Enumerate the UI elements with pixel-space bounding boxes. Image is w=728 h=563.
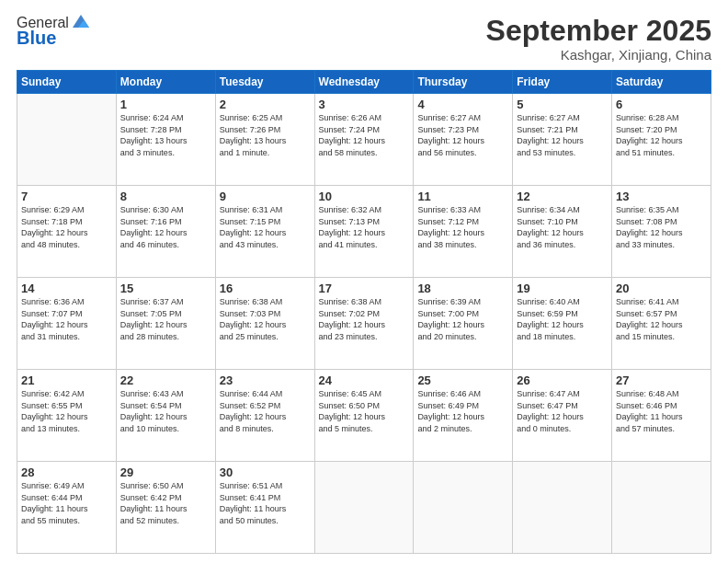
day-info: Sunrise: 6:28 AM Sunset: 7:20 PM Dayligh… [616, 112, 707, 158]
day-info: Sunrise: 6:41 AM Sunset: 6:57 PM Dayligh… [616, 296, 707, 342]
header-saturday: Saturday [612, 71, 711, 94]
day-number: 23 [220, 373, 311, 387]
calendar-cell: 20Sunrise: 6:41 AM Sunset: 6:57 PM Dayli… [612, 278, 711, 370]
calendar-cell [612, 462, 711, 554]
day-number: 7 [21, 190, 112, 203]
day-number: 14 [21, 282, 112, 295]
calendar-cell: 29Sunrise: 6:50 AM Sunset: 6:42 PM Dayli… [116, 462, 215, 554]
day-info: Sunrise: 6:38 AM Sunset: 7:03 PM Dayligh… [220, 296, 311, 342]
day-number: 16 [220, 282, 311, 295]
calendar-cell [414, 462, 513, 554]
day-info: Sunrise: 6:42 AM Sunset: 6:55 PM Dayligh… [21, 388, 112, 434]
calendar-row-4: 28Sunrise: 6:49 AM Sunset: 6:44 PM Dayli… [17, 462, 711, 554]
day-number: 15 [120, 282, 211, 295]
calendar-cell: 24Sunrise: 6:45 AM Sunset: 6:50 PM Dayli… [314, 370, 414, 462]
day-info: Sunrise: 6:32 AM Sunset: 7:13 PM Dayligh… [319, 204, 410, 250]
day-info: Sunrise: 6:36 AM Sunset: 7:07 PM Dayligh… [21, 296, 112, 342]
calendar-cell [513, 462, 612, 554]
day-number: 27 [616, 373, 707, 387]
title-block: September 2025 Kashgar, Xinjiang, China [486, 15, 711, 63]
calendar-cell: 5Sunrise: 6:27 AM Sunset: 7:21 PM Daylig… [513, 94, 612, 186]
day-number: 13 [616, 190, 707, 203]
calendar-row-1: 7Sunrise: 6:29 AM Sunset: 7:18 PM Daylig… [17, 186, 711, 278]
day-info: Sunrise: 6:48 AM Sunset: 6:46 PM Dayligh… [616, 388, 707, 434]
calendar-row-0: 1Sunrise: 6:24 AM Sunset: 7:28 PM Daylig… [17, 94, 711, 186]
calendar-cell [314, 462, 414, 554]
day-number: 6 [616, 98, 707, 111]
calendar-cell: 27Sunrise: 6:48 AM Sunset: 6:46 PM Dayli… [612, 370, 711, 462]
day-number: 5 [517, 98, 608, 111]
logo-icon [71, 11, 91, 31]
day-info: Sunrise: 6:29 AM Sunset: 7:18 PM Dayligh… [21, 204, 112, 250]
header-wednesday: Wednesday [314, 71, 414, 94]
day-number: 25 [417, 373, 508, 387]
page: General Blue September 2025 Kashgar, Xin… [0, 0, 728, 563]
day-number: 17 [319, 282, 410, 295]
calendar-cell: 8Sunrise: 6:30 AM Sunset: 7:16 PM Daylig… [116, 186, 215, 278]
calendar-cell: 23Sunrise: 6:44 AM Sunset: 6:52 PM Dayli… [215, 370, 314, 462]
calendar-cell: 15Sunrise: 6:37 AM Sunset: 7:05 PM Dayli… [116, 278, 215, 370]
day-info: Sunrise: 6:27 AM Sunset: 7:23 PM Dayligh… [417, 112, 508, 158]
day-number: 8 [120, 190, 211, 203]
day-number: 3 [319, 98, 410, 111]
day-number: 26 [517, 373, 608, 387]
day-info: Sunrise: 6:26 AM Sunset: 7:24 PM Dayligh… [319, 112, 410, 158]
calendar-cell: 14Sunrise: 6:36 AM Sunset: 7:07 PM Dayli… [17, 278, 117, 370]
day-number: 18 [417, 282, 508, 295]
day-number: 2 [220, 98, 311, 111]
calendar-cell: 1Sunrise: 6:24 AM Sunset: 7:28 PM Daylig… [116, 94, 215, 186]
calendar-cell: 26Sunrise: 6:47 AM Sunset: 6:47 PM Dayli… [513, 370, 612, 462]
day-info: Sunrise: 6:33 AM Sunset: 7:12 PM Dayligh… [417, 204, 508, 250]
day-number: 30 [220, 465, 311, 479]
calendar-cell: 7Sunrise: 6:29 AM Sunset: 7:18 PM Daylig… [17, 186, 117, 278]
calendar-row-3: 21Sunrise: 6:42 AM Sunset: 6:55 PM Dayli… [17, 370, 711, 462]
day-info: Sunrise: 6:34 AM Sunset: 7:10 PM Dayligh… [517, 204, 608, 250]
calendar-cell: 22Sunrise: 6:43 AM Sunset: 6:54 PM Dayli… [116, 370, 215, 462]
calendar-cell [17, 94, 117, 186]
calendar-cell: 21Sunrise: 6:42 AM Sunset: 6:55 PM Dayli… [17, 370, 117, 462]
calendar-cell: 25Sunrise: 6:46 AM Sunset: 6:49 PM Dayli… [414, 370, 513, 462]
calendar-cell: 17Sunrise: 6:38 AM Sunset: 7:02 PM Dayli… [314, 278, 414, 370]
calendar-cell: 19Sunrise: 6:40 AM Sunset: 6:59 PM Dayli… [513, 278, 612, 370]
day-info: Sunrise: 6:46 AM Sunset: 6:49 PM Dayligh… [417, 388, 508, 434]
calendar-cell: 9Sunrise: 6:31 AM Sunset: 7:15 PM Daylig… [215, 186, 314, 278]
calendar-cell: 13Sunrise: 6:35 AM Sunset: 7:08 PM Dayli… [612, 186, 711, 278]
calendar-cell: 28Sunrise: 6:49 AM Sunset: 6:44 PM Dayli… [17, 462, 117, 554]
day-info: Sunrise: 6:43 AM Sunset: 6:54 PM Dayligh… [120, 388, 211, 434]
header-monday: Monday [116, 71, 215, 94]
day-number: 19 [517, 282, 608, 295]
month-title: September 2025 [486, 15, 711, 47]
day-number: 4 [417, 98, 508, 111]
day-info: Sunrise: 6:40 AM Sunset: 6:59 PM Dayligh… [517, 296, 608, 342]
header-sunday: Sunday [17, 71, 117, 94]
calendar-cell: 10Sunrise: 6:32 AM Sunset: 7:13 PM Dayli… [314, 186, 414, 278]
calendar: Sunday Monday Tuesday Wednesday Thursday… [17, 70, 711, 554]
day-info: Sunrise: 6:51 AM Sunset: 6:41 PM Dayligh… [220, 480, 311, 526]
calendar-cell: 3Sunrise: 6:26 AM Sunset: 7:24 PM Daylig… [314, 94, 414, 186]
header-friday: Friday [513, 71, 612, 94]
day-info: Sunrise: 6:31 AM Sunset: 7:15 PM Dayligh… [220, 204, 311, 250]
day-number: 29 [120, 465, 211, 479]
calendar-cell: 30Sunrise: 6:51 AM Sunset: 6:41 PM Dayli… [215, 462, 314, 554]
day-number: 9 [220, 190, 311, 203]
day-info: Sunrise: 6:50 AM Sunset: 6:42 PM Dayligh… [120, 480, 211, 526]
header-thursday: Thursday [414, 71, 513, 94]
header: General Blue September 2025 Kashgar, Xin… [17, 15, 711, 63]
day-info: Sunrise: 6:25 AM Sunset: 7:26 PM Dayligh… [220, 112, 311, 158]
day-number: 11 [417, 190, 508, 203]
day-info: Sunrise: 6:45 AM Sunset: 6:50 PM Dayligh… [319, 388, 410, 434]
day-info: Sunrise: 6:38 AM Sunset: 7:02 PM Dayligh… [319, 296, 410, 342]
day-info: Sunrise: 6:27 AM Sunset: 7:21 PM Dayligh… [517, 112, 608, 158]
day-number: 21 [21, 373, 112, 387]
day-number: 22 [120, 373, 211, 387]
day-number: 1 [120, 98, 211, 111]
day-info: Sunrise: 6:24 AM Sunset: 7:28 PM Dayligh… [120, 112, 211, 158]
day-number: 10 [319, 190, 410, 203]
calendar-cell: 2Sunrise: 6:25 AM Sunset: 7:26 PM Daylig… [215, 94, 314, 186]
calendar-cell: 4Sunrise: 6:27 AM Sunset: 7:23 PM Daylig… [414, 94, 513, 186]
header-tuesday: Tuesday [215, 71, 314, 94]
day-info: Sunrise: 6:49 AM Sunset: 6:44 PM Dayligh… [21, 480, 112, 526]
calendar-row-2: 14Sunrise: 6:36 AM Sunset: 7:07 PM Dayli… [17, 278, 711, 370]
day-info: Sunrise: 6:37 AM Sunset: 7:05 PM Dayligh… [120, 296, 211, 342]
calendar-cell: 12Sunrise: 6:34 AM Sunset: 7:10 PM Dayli… [513, 186, 612, 278]
